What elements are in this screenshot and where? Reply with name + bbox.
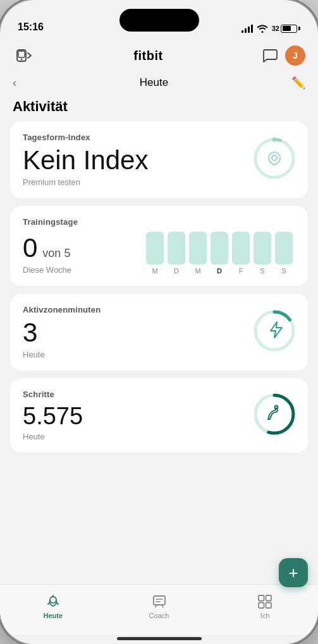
fab-plus-icon: + — [288, 564, 298, 581]
activezone-circle — [251, 307, 298, 357]
tab-heute-label: Heute — [44, 612, 63, 619]
activezone-subtitle: Heute — [23, 350, 45, 359]
training-left: 0 von 5 Diese Woche — [23, 235, 146, 275]
steps-card: Schritte 5.575 Heute — [10, 378, 308, 453]
svg-rect-17 — [266, 603, 272, 609]
phone-frame: 15:16 32 — [0, 0, 318, 644]
bar-M2: M — [189, 232, 207, 275]
tab-ich[interactable]: Ich — [212, 585, 318, 628]
readiness-card: Tagesform-Index Kein Index Premium teste… — [10, 121, 308, 198]
secondary-nav: ‹ Heute ✏️ — [0, 73, 318, 95]
bar-F: F — [232, 232, 250, 275]
bar-D1: D — [168, 232, 185, 275]
signal-bars-icon — [242, 24, 253, 33]
bar-S1: S — [254, 232, 271, 275]
readiness-value: Kein Index — [23, 147, 148, 174]
status-time: 15:16 — [18, 21, 44, 33]
wifi-icon — [257, 24, 268, 33]
steps-subtitle: Heute — [23, 432, 83, 441]
activezone-card: Aktivzonenminuten 3 Heute — [10, 294, 308, 371]
back-button[interactable]: ‹ — [13, 77, 16, 88]
svg-point-2 — [21, 59, 22, 60]
app-title: fitbit — [133, 49, 162, 63]
svg-rect-15 — [266, 595, 272, 601]
bars-row: M D M D — [146, 232, 293, 275]
training-unit: von 5 — [42, 247, 70, 260]
training-bars: M D M D — [146, 232, 293, 275]
training-card: Trainingstage 0 von 5 Diese Woche — [10, 206, 308, 286]
app-screen: fitbit J ‹ Heute ✏️ Aktivität — [0, 38, 318, 644]
tab-heute[interactable]: Heute — [0, 585, 106, 628]
chat-icon[interactable] — [261, 47, 279, 64]
top-nav: fitbit J — [0, 38, 318, 73]
svg-rect-16 — [259, 603, 264, 609]
svg-point-11 — [275, 406, 278, 409]
training-value: 0 — [23, 235, 37, 261]
svg-point-5 — [272, 138, 277, 142]
svg-rect-14 — [259, 595, 264, 601]
page-title: Heute — [140, 76, 168, 89]
training-subtitle: Diese Woche — [23, 265, 146, 275]
readiness-subtitle: Premium testen — [23, 177, 148, 187]
readiness-circle — [251, 135, 298, 184]
svg-point-3 — [255, 140, 293, 177]
svg-rect-1 — [18, 51, 25, 57]
device-settings-icon[interactable] — [13, 44, 35, 67]
status-icons: 32 — [242, 24, 300, 33]
tab-ich-icon — [257, 593, 273, 610]
tab-coach-icon — [151, 593, 168, 610]
edit-icon[interactable]: ✏️ — [291, 76, 305, 90]
nav-right-group: J — [261, 45, 305, 66]
steps-circle — [251, 391, 298, 440]
training-card-title: Trainingstage — [23, 217, 295, 227]
section-header: Aktivität — [0, 95, 318, 121]
tab-heute-icon — [45, 593, 61, 610]
svg-rect-13 — [154, 596, 165, 605]
bar-S2: S — [275, 232, 293, 275]
svg-point-12 — [50, 597, 56, 603]
tab-ich-label: Ich — [260, 612, 270, 619]
steps-value: 5.575 — [23, 404, 83, 428]
battery-icon: 32 — [272, 25, 300, 33]
tab-coach[interactable]: Coach — [106, 585, 212, 628]
bar-D2: D — [211, 232, 228, 275]
scroll-content: Tagesform-Index Kein Index Premium teste… — [0, 121, 318, 584]
user-avatar[interactable]: J — [285, 45, 305, 66]
tab-bar: Heute Coach Ich — [0, 584, 318, 635]
fab-add-button[interactable]: + — [279, 558, 308, 587]
battery-level: 32 — [272, 25, 279, 32]
activezone-value: 3 — [23, 319, 45, 346]
dynamic-island — [119, 9, 199, 32]
home-indicator — [117, 637, 202, 640]
tab-coach-label: Coach — [149, 612, 169, 619]
bar-M1: M — [146, 232, 164, 275]
